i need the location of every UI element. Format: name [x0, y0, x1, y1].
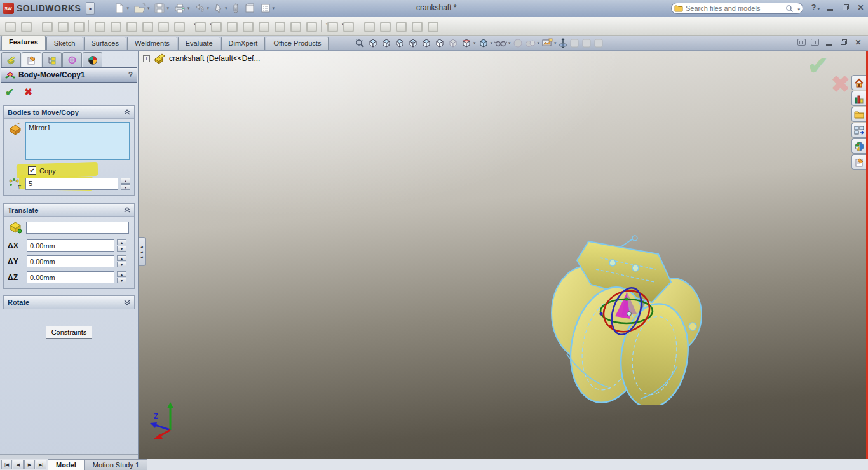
print-icon[interactable] — [172, 1, 191, 15]
zoom-to-fit-icon[interactable] — [355, 37, 365, 50]
collapse-chevron-icon[interactable] — [124, 207, 130, 213]
tab-propertymanager[interactable] — [22, 52, 41, 67]
confirm-corner-ok-icon[interactable]: ✔ — [807, 51, 829, 80]
crankshaft-model[interactable] — [545, 221, 710, 405]
doc-restore-button[interactable] — [839, 38, 848, 46]
minimize-button[interactable] — [825, 3, 835, 11]
delta-y-spinner[interactable]: ▴▾ — [117, 255, 126, 267]
reference-axis-icon[interactable] — [559, 37, 567, 50]
disabled-tool-icon — [304, 19, 318, 33]
tab-weldments[interactable]: Weldments — [127, 37, 177, 50]
search-bar[interactable] — [671, 3, 803, 14]
tab-configurationmanager[interactable] — [42, 52, 62, 67]
zoom-to-area-icon[interactable] — [367, 37, 379, 50]
tab-featuremanager-tree[interactable] — [1, 52, 21, 67]
nav-last-button[interactable]: ▶| — [36, 460, 46, 469]
rotate-group: Rotate — [3, 295, 135, 309]
bodies-group-header[interactable]: Bodies to Move/Copy — [4, 106, 134, 119]
delta-x-spinner[interactable]: ▴▾ — [117, 239, 126, 252]
view-cube-icon[interactable] — [394, 37, 405, 50]
tab-motion-study-1[interactable]: Motion Study 1 — [85, 459, 147, 470]
tab-dimxpertmanager[interactable] — [62, 52, 82, 67]
view-settings-icon[interactable] — [541, 37, 557, 50]
rebuild-icon[interactable] — [231, 1, 241, 15]
disabled-tool-icon — [224, 19, 238, 33]
hide-show-items-icon[interactable] — [494, 37, 511, 50]
select-cursor-icon[interactable] — [212, 1, 229, 15]
selection-item[interactable]: Mirror1 — [29, 124, 126, 131]
display-style-icon[interactable] — [478, 37, 493, 50]
tab-model[interactable]: Model — [48, 459, 85, 470]
save-icon[interactable] — [153, 1, 170, 15]
translate-direction-input[interactable] — [26, 222, 129, 234]
nav-prev-button[interactable]: ◀ — [13, 460, 24, 469]
tree-root-label[interactable]: crankshaft (Default<<Def... — [169, 54, 260, 63]
expand-chevron-icon[interactable] — [124, 300, 130, 306]
help-icon[interactable]: ? — [811, 3, 820, 12]
search-icon[interactable] — [785, 4, 794, 13]
search-input[interactable] — [686, 4, 783, 12]
collapse-chevron-icon[interactable] — [124, 109, 130, 115]
graphics-viewport[interactable]: ◂◂◂ + crankshaft (Default<<Def... ✔ ✖ — [139, 51, 868, 459]
nav-first-button[interactable]: |◀ — [1, 460, 12, 469]
tab-surfaces[interactable]: Surfaces — [84, 37, 126, 50]
rotate-group-header[interactable]: Rotate — [4, 296, 134, 309]
confirm-corner-cancel-icon[interactable]: ✖ — [831, 71, 850, 98]
undo-icon[interactable] — [193, 1, 211, 15]
menu-expand-arrow[interactable]: ▸ — [86, 2, 95, 15]
tree-expand-icon[interactable]: + — [143, 55, 150, 62]
home-icon[interactable] — [851, 75, 866, 90]
view-cube-icon[interactable] — [407, 37, 419, 50]
options-icon[interactable] — [259, 1, 276, 15]
ok-button[interactable]: ✔ — [5, 86, 14, 99]
tab-office-products[interactable]: Office Products — [266, 37, 329, 50]
tab-evaluate[interactable]: Evaluate — [178, 37, 220, 50]
open-icon[interactable] — [132, 1, 151, 15]
view-palette-icon[interactable] — [851, 123, 866, 138]
constraints-button[interactable]: Constraints — [46, 326, 93, 339]
section-view-icon[interactable] — [461, 37, 476, 50]
doc-close-button[interactable]: ✕ — [853, 38, 863, 46]
previous-view-icon[interactable] — [447, 37, 459, 50]
search-dropdown-arrow[interactable] — [796, 4, 800, 12]
panel-scrollbar[interactable] — [0, 454, 138, 459]
doc-minimize-button[interactable] — [824, 38, 834, 46]
panel-collapse-handle[interactable]: ◂◂◂ — [139, 237, 146, 266]
apply-scene-icon[interactable] — [525, 37, 540, 50]
close-button[interactable]: ✕ — [856, 3, 865, 11]
view-cube-icon[interactable] — [421, 37, 432, 50]
delta-z-spinner[interactable]: ▴▾ — [117, 271, 126, 283]
tab-features[interactable]: Features — [1, 36, 46, 50]
delta-x-input[interactable] — [27, 239, 114, 252]
delta-y-input[interactable] — [27, 255, 114, 267]
origin-triad: Z — [145, 397, 191, 441]
delta-y-label: ΔY — [8, 257, 24, 266]
doc-window-icon[interactable] — [797, 39, 806, 46]
disabled-tool-icon — [240, 19, 254, 33]
new-document-icon[interactable] — [112, 1, 130, 15]
copy-checkbox[interactable]: ✔ — [28, 166, 36, 175]
number-of-copies-input[interactable] — [25, 178, 118, 190]
tab-dimxpert[interactable]: DimXpert — [221, 37, 266, 50]
delta-z-label: ΔZ — [8, 273, 24, 282]
tab-displaymanager[interactable] — [83, 52, 102, 67]
design-library-icon[interactable] — [851, 91, 866, 106]
edit-appearance-icon[interactable] — [513, 37, 523, 50]
disabled-tool-icon — [288, 19, 302, 33]
nav-next-button[interactable]: ▶ — [24, 460, 35, 469]
view-cube-icon[interactable] — [434, 37, 445, 50]
copies-spinner[interactable]: ▴▾ — [121, 178, 130, 190]
bodies-selection-list[interactable]: Mirror1 — [25, 122, 130, 160]
view-cube-icon[interactable] — [381, 37, 392, 50]
file-properties-icon[interactable] — [243, 1, 257, 15]
restore-button[interactable] — [841, 3, 850, 11]
tab-sketch[interactable]: Sketch — [46, 37, 83, 50]
cancel-button[interactable]: ✖ — [24, 86, 32, 98]
translate-group-header[interactable]: Translate — [4, 204, 134, 217]
file-explorer-folder-icon[interactable] — [851, 107, 866, 122]
appearances-globe-icon[interactable] — [851, 138, 866, 154]
custom-properties-icon[interactable] — [851, 154, 866, 170]
panel-help-icon[interactable]: ? — [128, 70, 133, 79]
doc-window-icon[interactable] — [811, 39, 819, 46]
delta-z-input[interactable] — [27, 271, 114, 283]
